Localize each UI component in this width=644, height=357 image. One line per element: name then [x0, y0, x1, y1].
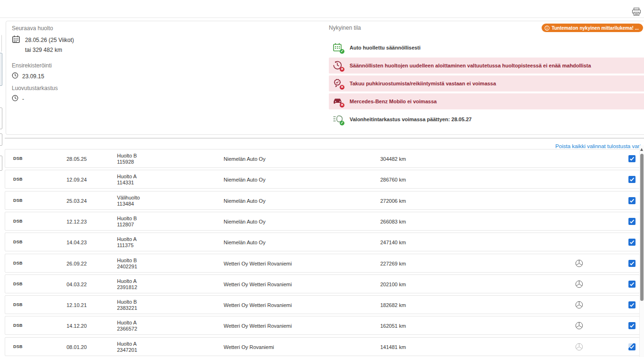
- table-row[interactable]: DSB 12.10.21 Huolto B2383221 Wetteri Oy …: [5, 295, 640, 314]
- clipped-left-panel-fragment: [0, 108, 2, 129]
- clock-icon: [12, 72, 18, 81]
- table-row[interactable]: DSB 08.01.20 Huolto A2347201 Wetteri Oy …: [5, 337, 640, 356]
- service-history-stopped-icon: ✕: [333, 60, 343, 71]
- mobilo-car-icon: ✕: [333, 96, 343, 107]
- row-odometer: 247140 km: [380, 240, 406, 245]
- row-location: Niemelän Auto Oy: [224, 156, 266, 162]
- row-source: DSB: [13, 302, 23, 307]
- row-source: DSB: [13, 219, 23, 224]
- row-location: Niemelän Auto Oy: [224, 240, 266, 245]
- print-icon[interactable]: [632, 8, 641, 16]
- status-text: Auto huollettu säännöllisesti: [350, 45, 420, 50]
- table-row[interactable]: DSB 14.12.20 Huolto A2366572 Wetteri Oy …: [5, 316, 640, 335]
- row-source: DSB: [13, 323, 23, 328]
- table-row[interactable]: DSB 14.04.23 Huolto A111375 Niemelän Aut…: [5, 232, 640, 251]
- clock-icon: [12, 95, 18, 103]
- row-source: DSB: [13, 344, 23, 349]
- row-location: Niemelän Auto Oy: [224, 219, 266, 224]
- row-service-type: Huolto A114331: [117, 174, 137, 186]
- row-odometer: 162051 km: [380, 323, 406, 329]
- row-source: DSB: [13, 177, 23, 182]
- next-service-km: tai 329 482 km: [25, 47, 62, 53]
- row-source: DSB: [13, 198, 23, 203]
- row-print-checkbox[interactable]: [628, 155, 636, 162]
- current-status-label: Nykyinen tila: [329, 25, 361, 31]
- row-source: DSB: [13, 240, 23, 244]
- mercedes-star-icon: [575, 259, 583, 267]
- row-date: 12.09.24: [67, 177, 87, 183]
- table-row[interactable]: DSB 04.03.22 Huolto A2391812 Wetteri Oy …: [5, 274, 640, 293]
- row-date: 25.03.24: [67, 198, 87, 204]
- table-row[interactable]: DSB 26.09.22 Huolto B2402291 Wetteri Oy …: [5, 254, 640, 273]
- status-text: Takuu puhkiruostumista/reikiintymistä va…: [350, 81, 496, 86]
- table-scrollbar[interactable]: [639, 145, 644, 357]
- row-service-type: Huolto B115928: [117, 153, 137, 165]
- row-service-type: Huolto B2402291: [117, 257, 137, 270]
- row-print-checkbox[interactable]: [628, 343, 636, 350]
- row-odometer: 286760 km: [380, 177, 406, 183]
- row-location: Niemelän Auto Oy: [224, 177, 266, 183]
- status-text: Säännöllisten huoltojen uudelleen aloitt…: [350, 63, 591, 68]
- row-odometer: 227269 km: [380, 261, 406, 266]
- status-text: Valonheitintarkastus voimassa päättyen: …: [350, 116, 472, 122]
- info-icon: [544, 25, 550, 31]
- row-location: Wetteri Oy Wetteri Rovaniemi: [224, 261, 292, 266]
- row-print-checkbox[interactable]: [628, 301, 636, 308]
- clipped-left-panel-fragment: [0, 156, 2, 171]
- row-odometer: 304482 km: [380, 156, 406, 162]
- row-service-type: Välihuolto113484: [117, 195, 140, 207]
- row-date: 12.10.21: [67, 302, 87, 308]
- clear-all-selections-link[interactable]: Poista kaikki valinnat tulostusta varte: [555, 143, 644, 149]
- table-row[interactable]: DSB 25.03.24 Välihuolto113484 Niemelän A…: [5, 191, 640, 210]
- row-date: 14.12.20: [67, 323, 87, 329]
- section-divider: [5, 138, 644, 139]
- status-item: ✓ Auto huollettu säännöllisesti: [329, 40, 644, 56]
- row-location: Wetteri Oy Wetteri Rovaniemi: [224, 302, 292, 308]
- row-service-type: Huolto A111375: [117, 236, 137, 249]
- table-row[interactable]: DSB 28.05.25 Huolto B115928 Niemelän Aut…: [5, 149, 640, 168]
- row-print-checkbox[interactable]: [628, 281, 636, 288]
- next-service-date: 28.05.26 (25 Viikot): [25, 37, 74, 43]
- calendar-icon: [12, 35, 20, 45]
- delivery-inspection-label: Luovutustarkastus: [12, 85, 58, 91]
- headlight-icon: ✓: [333, 114, 343, 125]
- row-print-checkbox[interactable]: [628, 176, 636, 183]
- row-date: 04.03.22: [67, 282, 87, 287]
- status-item: ✓ Valonheitintarkastus voimassa päättyen…: [329, 111, 644, 127]
- table-row[interactable]: DSB 12.09.24 Huolto A114331 Niemelän Aut…: [5, 170, 640, 189]
- odometer-warning-text: Tuntematon nykyinen mittarilukema! ...: [552, 25, 639, 31]
- row-date: 14.04.23: [67, 240, 87, 245]
- row-odometer: 141481 km: [380, 344, 406, 350]
- first-registration-value: 23.09.15: [22, 73, 44, 80]
- row-print-checkbox[interactable]: [628, 260, 636, 267]
- row-service-type: Huolto B112807: [117, 216, 137, 228]
- row-source: DSB: [13, 156, 23, 161]
- row-service-type: Huolto A2391812: [117, 278, 137, 291]
- status-text: Mercedes-Benz Mobilo ei voimassa: [350, 99, 437, 104]
- row-print-checkbox[interactable]: [628, 218, 636, 225]
- row-location: Wetteri Oy Wetteri Rovaniemi: [224, 282, 292, 287]
- mercedes-star-icon: [575, 322, 583, 330]
- scrollbar-thumb[interactable]: [640, 154, 644, 301]
- odometer-warning-badge[interactable]: Tuntematon nykyinen mittarilukema! ...: [542, 24, 643, 32]
- table-row[interactable]: DSB 12.12.23 Huolto B112807 Niemelän Aut…: [5, 212, 640, 231]
- row-date: 08.01.20: [67, 344, 87, 350]
- row-date: 28.05.25: [67, 156, 87, 162]
- row-print-checkbox[interactable]: [628, 197, 636, 204]
- status-item: ✕ Säännöllisten huoltojen uudelleen aloi…: [329, 58, 644, 74]
- row-print-checkbox[interactable]: [628, 239, 636, 246]
- top-divider: [0, 17, 644, 18]
- clipped-left-panel-fragment: [0, 35, 2, 52]
- status-item: ✕ Mercedes-Benz Mobilo ei voimassa: [329, 93, 644, 109]
- scrollbar-up-arrow[interactable]: [640, 148, 643, 151]
- calendar-check-icon: ✓: [333, 42, 343, 53]
- mercedes-star-icon: [575, 301, 583, 309]
- row-service-type: Huolto B2383221: [117, 299, 137, 311]
- row-location: Wetteri Oy Wetteri Rovaniemi: [224, 323, 292, 329]
- status-list: ✓ Auto huollettu säännöllisesti ✕ Säännö…: [329, 40, 644, 129]
- warranty-seal-icon: ✕: [333, 78, 343, 89]
- row-print-checkbox[interactable]: [628, 322, 636, 329]
- row-location: Wetteri Oy Rovaniemi: [224, 344, 274, 350]
- row-odometer: 202100 km: [380, 282, 406, 287]
- row-odometer: 182682 km: [380, 302, 406, 308]
